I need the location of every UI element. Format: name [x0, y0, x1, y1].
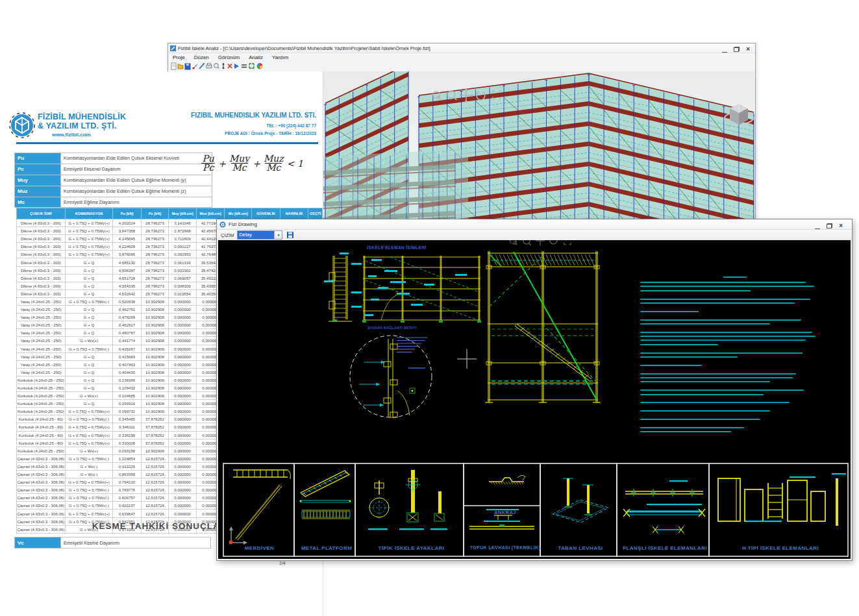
duvara-baglanti-title: DUVARA BAĞLANTI DETAYI [353, 326, 431, 330]
legend-row: McEmniyetli Eğilme Dayanımı [15, 197, 212, 208]
combobox-value: Detay [238, 231, 274, 239]
menu-item-analiz[interactable]: Analiz [249, 55, 263, 60]
column-header: Pu [kN] [113, 208, 141, 219]
menu-item-düzen[interactable]: Düzen [194, 55, 209, 60]
panel-label: TABAN LEVHASI [543, 545, 618, 551]
legend-row: PcEmniyetli Eksenel Dayanım [15, 164, 212, 175]
results-table-header: ÇUBUK İSMİKOMBİNASYONPu [kN]Pc [kN]Muy [… [17, 208, 323, 219]
company-website[interactable]: www.fizibil.com [52, 132, 91, 138]
close-button[interactable]: × [839, 223, 843, 228]
drawing-window-controls: × [815, 222, 843, 230]
legend-row: MuyKombinasyonlardan Elde Edilen Çubuk E… [15, 175, 212, 186]
cad-drawing-canvas[interactable]: İSKELE ELEMAN İSİMLERİ DUVARA BAĞLANTI D… [218, 240, 851, 559]
drawing-toolbar: ÇİZİM Detay ▼ [217, 230, 852, 240]
window-title: Fizibil İskele Analiz - [C:\Users\develo… [178, 45, 430, 51]
svg-text:E: E [749, 123, 752, 127]
column-header: NARİNLİK [280, 208, 308, 219]
app-icon [170, 45, 176, 51]
save-drawing-button[interactable] [286, 231, 294, 239]
column-header: ÇUBUK İSMİ [17, 208, 66, 219]
3d-window-controls: × [722, 45, 750, 53]
panel-label: MERDİVEN [225, 545, 294, 551]
legend-table: PuKombinasyonlardan Elde Edilen Çubuk Ek… [14, 153, 212, 208]
vc-legend-table: Vc Emniyetli Kesme Dayanımı [14, 537, 211, 548]
notes-text-block [640, 277, 830, 435]
drawing-window-title: Fizi Drawing [229, 221, 257, 227]
company-name-line2: & YAZILIM LTD. ŞTİ. [38, 121, 117, 130]
column-header: GÜVENLİK [252, 208, 280, 219]
3d-window-titlebar[interactable]: Fizibil İskele Analiz - [C:\Users\develo… [168, 43, 755, 53]
eleman-isimleri-title: İSKELE ELEMAN İSİMLERİ [348, 245, 445, 250]
report-company-header: FIZIBIL MUHENDISLIK YAZILIM LTD. STI. [191, 112, 316, 119]
vc-desc: Emniyetli Kesme Dayanımı [61, 537, 211, 548]
menu-item-proje[interactable]: Proje [173, 55, 185, 60]
cizim-label: ÇİZİM [221, 232, 234, 238]
minimize-button[interactable] [722, 47, 727, 53]
report-tel: TEL : +90 (224) 442 87 77 [266, 123, 316, 128]
window-fizi-drawing: Fizi Drawing × ÇİZİM Detay ▼ İSKELE ELEM… [216, 219, 853, 561]
panel-label: H TİPİ İSKELE ELEMANLARI [712, 545, 849, 551]
panel-label: ANKRAJ [467, 510, 543, 515]
company-logo-icon [8, 112, 36, 139]
svg-text:S: S [727, 124, 730, 128]
minimize-button[interactable] [815, 223, 820, 229]
panel-label: TİPİK İSKELE AYAKLARI [358, 545, 465, 551]
report-project-line: PROJE ADI : Örnek Proje - TARİH : 16/12/… [225, 131, 316, 136]
column-header: Muz [kN.cm] [196, 208, 224, 219]
drawing-window-titlebar[interactable]: Fizi Drawing [217, 219, 852, 230]
panel-label: FLANŞLI İSKELE ELEMANLARI [619, 545, 710, 551]
column-header: KOMBİNASYON [65, 208, 113, 219]
3d-toolbar-icons[interactable] [168, 61, 324, 71]
column-header: GEÇTİ [308, 208, 323, 219]
menu-item-görünüm[interactable]: Görünüm [218, 55, 240, 60]
menu-item-yardım[interactable]: Yardım [272, 55, 288, 60]
column-header: Mc [kN.cm] [225, 208, 252, 219]
panel-label: METAL PLATFORM [297, 545, 356, 551]
drawing-app-icon [219, 221, 226, 228]
restore-button[interactable] [827, 223, 832, 228]
panel-label: TOPUK LEVHASI (TEKMELİK) [466, 545, 544, 550]
combobox-arrow-icon[interactable]: ▼ [274, 231, 282, 239]
column-header: Pc [kN] [141, 208, 169, 219]
view-cube[interactable]: SE [722, 99, 756, 130]
vc-key: Vc [15, 537, 61, 548]
page-indicator: 2/4 [279, 561, 286, 565]
3d-nav-icons[interactable] [429, 88, 506, 103]
column-header: Muy [kN.cm] [169, 208, 197, 219]
company-name-line1: FİZİBİL MÜHENDİSLİK [38, 112, 126, 121]
legend-row: PuKombinasyonlardan Elde Edilen Çubuk Ek… [15, 153, 212, 164]
drawing-type-combobox[interactable]: Detay ▼ [237, 230, 282, 240]
header-divider [16, 142, 318, 144]
restore-button[interactable] [734, 47, 740, 52]
legend-row: MuzKombinasyonlardan Elde Edilen Çubuk E… [15, 186, 212, 197]
screen: Fizibil İskele Analiz - [C:\Users\develo… [0, 0, 859, 616]
3d-toolbar [168, 61, 755, 72]
close-button[interactable]: × [746, 47, 750, 52]
interaction-formula: PuPc + MuyMc + MuzMc < 1 [201, 154, 303, 172]
3d-menubar: ProjeDüzenGörünümAnalizYardım [168, 53, 755, 61]
